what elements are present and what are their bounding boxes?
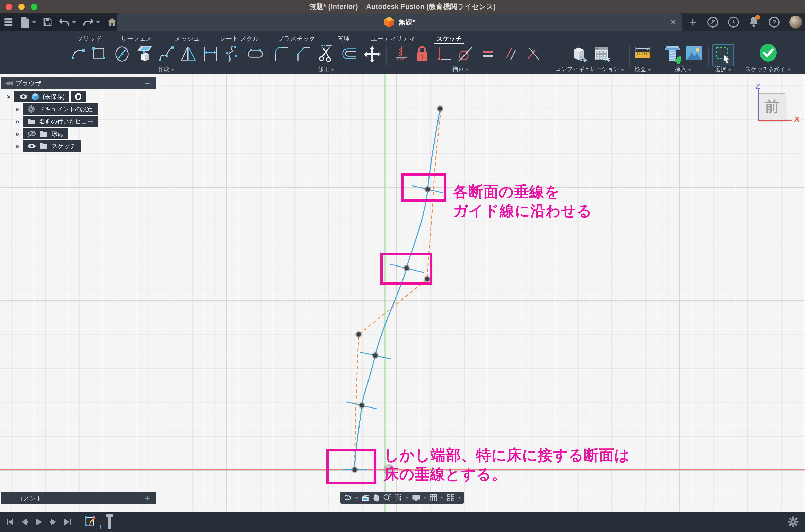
close-tab-button[interactable]: ×: [668, 17, 678, 27]
view-cube[interactable]: 前 Z X: [746, 79, 803, 131]
zoom-icon[interactable]: [383, 493, 391, 503]
group-label-insert[interactable]: 挿入: [675, 65, 692, 73]
close-window-button[interactable]: [6, 4, 12, 10]
user-avatar[interactable]: [789, 16, 802, 28]
arc-tool-button[interactable]: [71, 45, 86, 63]
visibility-eye-icon[interactable]: [19, 94, 28, 99]
configuration-table-button[interactable]: [593, 45, 611, 65]
tab-plastic[interactable]: プラスチック: [277, 35, 315, 43]
comments-panel[interactable]: コメント +: [1, 492, 156, 504]
home-icon[interactable]: [107, 16, 117, 28]
display-settings-icon[interactable]: [412, 493, 421, 502]
group-label-select[interactable]: 選択: [715, 65, 731, 73]
group-label-create[interactable]: 作成: [158, 65, 174, 73]
project-tool-button[interactable]: [136, 45, 153, 64]
view-cube-front-face[interactable]: 前: [759, 93, 785, 120]
zoom-window-button[interactable]: [31, 4, 37, 10]
sketch-points[interactable]: [351, 105, 444, 473]
finish-sketch-button[interactable]: [759, 43, 778, 63]
group-label-inspect[interactable]: 検査: [635, 65, 651, 73]
tab-sheetmetal[interactable]: シート メタル: [220, 35, 259, 43]
visibility-eye-icon[interactable]: [27, 143, 36, 149]
tab-mesh[interactable]: メッシュ: [174, 35, 200, 43]
visibility-off-eye-icon[interactable]: [27, 130, 36, 137]
timeline-settings-gear-icon[interactable]: [787, 516, 799, 527]
browser-row-root[interactable]: » (未保存): [7, 91, 86, 102]
expand-chevron-icon[interactable]: »: [15, 118, 19, 126]
timeline-playhead[interactable]: [106, 514, 114, 530]
minimize-window-button[interactable]: [18, 4, 25, 10]
viewports-dropdown-caret[interactable]: [457, 497, 461, 499]
measure-button[interactable]: [634, 45, 651, 64]
viewports-icon[interactable]: [446, 493, 455, 503]
timeline-sketch-feature[interactable]: [83, 515, 97, 529]
pan-hand-icon[interactable]: [372, 493, 380, 503]
group-label-finish-sketch[interactable]: スケッチを終了: [745, 65, 791, 73]
browser-row-document-settings[interactable]: » ドキュメントの設定: [15, 103, 97, 115]
extensions-icon[interactable]: [708, 17, 718, 27]
tab-manage[interactable]: 管理: [337, 35, 350, 43]
orbit-icon[interactable]: [343, 493, 352, 502]
select-tool-active-highlight[interactable]: [712, 44, 734, 66]
timeline-go-to-start-button[interactable]: [6, 518, 14, 526]
grid-settings-icon[interactable]: [429, 493, 437, 503]
collapse-panel-icon[interactable]: ◀◀: [5, 80, 12, 87]
job-status-clock-icon[interactable]: [728, 17, 739, 27]
browser-row-named-views[interactable]: » 名前の付いたビュー: [15, 116, 98, 127]
spline-curve[interactable]: [355, 109, 440, 470]
move-tool-button[interactable]: [363, 45, 381, 64]
save-icon[interactable]: [43, 17, 52, 27]
lock-constraint-button[interactable]: [414, 45, 430, 64]
group-label-constraints[interactable]: 拘束: [452, 65, 469, 73]
look-at-icon[interactable]: [361, 493, 370, 502]
orbit-dropdown-caret[interactable]: [355, 497, 358, 499]
spline-tool-button[interactable]: [158, 45, 174, 64]
document-tab[interactable]: 無題* ×: [117, 13, 682, 31]
mirror-tool-button[interactable]: [180, 45, 196, 64]
sketch-canvas[interactable]: 各断面の垂線を ガイド線に沿わせる しかし端部、特に床に接する断面は 床の垂線と…: [0, 74, 805, 512]
slot-tool-button[interactable]: [246, 45, 264, 64]
tangent-constraint-button[interactable]: [457, 45, 473, 64]
file-menu-button[interactable]: [20, 16, 37, 28]
expand-chevron-icon[interactable]: »: [5, 95, 13, 98]
fit-point-spline-button[interactable]: [225, 45, 240, 64]
add-comment-button[interactable]: +: [145, 493, 150, 503]
circle-tool-button[interactable]: [114, 45, 130, 64]
new-tab-button[interactable]: +: [689, 14, 696, 30]
equal-constraint-button[interactable]: [480, 45, 496, 64]
offset-tool-button[interactable]: [341, 45, 357, 64]
app-grid-icon[interactable]: [4, 17, 13, 28]
redo-button[interactable]: [83, 18, 100, 27]
notifications-bell-icon[interactable]: [749, 16, 759, 28]
expand-chevron-icon[interactable]: »: [15, 142, 19, 150]
browser-row-sketches[interactable]: » スケッチ: [15, 140, 80, 152]
in-edit-marker[interactable]: [71, 91, 86, 102]
fillet-tool-button[interactable]: [273, 45, 288, 64]
zoom-window-icon[interactable]: [394, 493, 403, 503]
perpendicular-constraint-button[interactable]: [525, 45, 541, 64]
tab-utilities[interactable]: ユーティリティ: [371, 35, 415, 43]
rectangle-tool-button[interactable]: [91, 45, 107, 63]
expand-chevron-icon[interactable]: »: [15, 130, 19, 138]
timeline-play-button[interactable]: [35, 518, 43, 526]
group-label-configuration[interactable]: コンフィギュレーション: [555, 65, 624, 73]
grid-dropdown-caret[interactable]: [440, 497, 444, 499]
display-dropdown-caret[interactable]: [423, 497, 427, 499]
parallel-constraint-button[interactable]: [503, 45, 519, 64]
timeline-step-back-button[interactable]: [20, 518, 29, 526]
configure-design-button[interactable]: [570, 45, 588, 65]
group-label-modify[interactable]: 修正: [318, 65, 335, 73]
tab-sketch[interactable]: スケッチ: [436, 35, 462, 43]
expand-chevron-icon[interactable]: »: [15, 105, 19, 113]
help-icon[interactable]: ?: [769, 17, 780, 27]
tab-solid[interactable]: ソリッド: [77, 35, 102, 43]
sketch-dimension-button[interactable]: [202, 45, 219, 64]
timeline-go-to-end-button[interactable]: [63, 518, 72, 526]
guide-construction-line[interactable]: [355, 109, 441, 470]
tab-surface[interactable]: サーフェス: [121, 35, 152, 43]
insert-mcmaster-button[interactable]: [664, 45, 681, 66]
browser-header[interactable]: ◀◀ ブラウザ −: [1, 77, 156, 89]
chamfer-tool-button[interactable]: [296, 45, 311, 64]
minimize-browser-icon[interactable]: −: [145, 78, 150, 88]
trim-tool-button[interactable]: [318, 45, 334, 64]
